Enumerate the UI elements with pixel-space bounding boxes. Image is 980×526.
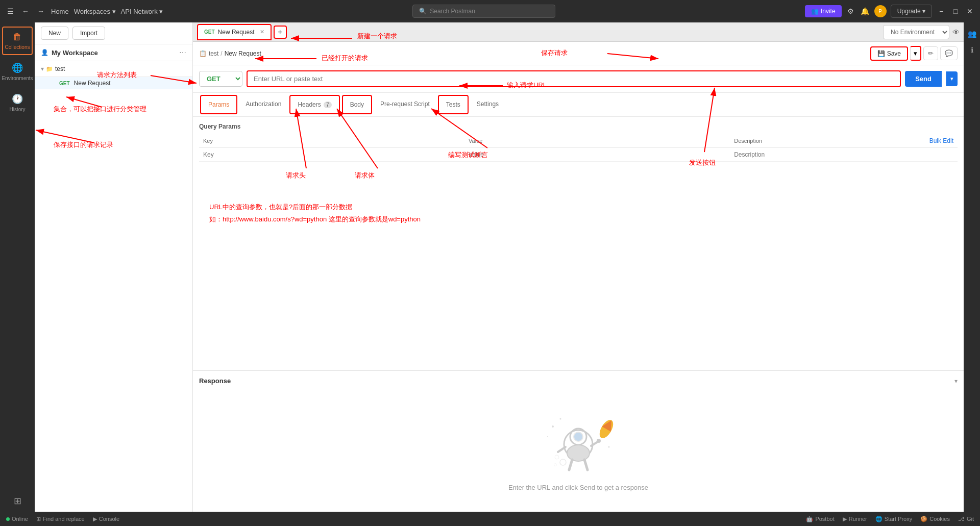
- key-input[interactable]: [203, 151, 460, 158]
- find-replace-item[interactable]: ⊞ Find and replace: [36, 516, 85, 522]
- svg-point-17: [555, 455, 559, 459]
- cookies-item[interactable]: 🍪 Cookies: [920, 516, 950, 522]
- sidebar-item-history[interactable]: 🕐 History: [2, 88, 33, 117]
- tab-settings[interactable]: Settings: [470, 95, 506, 114]
- request-tabs: Params Authorization Headers 7 Body Pre-…: [193, 93, 964, 117]
- tab-prerequest[interactable]: Pre-request Script: [373, 95, 437, 114]
- settings-icon[interactable]: ⚙: [846, 6, 856, 16]
- col-desc-header: Description: [730, 134, 920, 148]
- maximize-icon[interactable]: □: [950, 6, 961, 16]
- sidebar-item-collections[interactable]: 🗑 Collections: [2, 27, 33, 55]
- proxy-icon: 🌐: [875, 516, 883, 522]
- panel-more-icon[interactable]: ⋯: [179, 48, 186, 57]
- avatar[interactable]: P: [874, 5, 887, 17]
- cookies-icon: 🍪: [920, 516, 927, 522]
- breadcrumb-sep: /: [220, 50, 222, 57]
- sub-request-name: New Request: [74, 80, 111, 87]
- start-proxy-label: Start Proxy: [885, 516, 912, 522]
- tab-tests[interactable]: Tests: [438, 95, 469, 114]
- postbot-icon: 🤖: [806, 516, 813, 522]
- response-header[interactable]: Response ▾: [199, 377, 958, 385]
- console-item[interactable]: ▶ Console: [93, 516, 119, 522]
- comment-button[interactable]: 💬: [940, 46, 958, 60]
- edit-button[interactable]: ✏: [923, 46, 938, 60]
- params-table: Key Value Description Bulk Edit: [199, 134, 958, 162]
- tab-close-icon[interactable]: ✕: [260, 29, 264, 35]
- bulk-edit-link[interactable]: Bulk Edit: [929, 137, 953, 144]
- svg-line-10: [584, 460, 587, 470]
- collection-sub-item[interactable]: GET New Request: [35, 77, 192, 89]
- collection-name[interactable]: test: [55, 65, 65, 72]
- tab-name-label: New Request: [218, 29, 255, 36]
- online-status[interactable]: Online: [6, 516, 28, 522]
- url-params-annotation: URL中的查询参数，也就是?后面的那一部分数据 如：http://www.bai…: [199, 192, 958, 234]
- value-input[interactable]: [469, 151, 726, 158]
- forward-icon[interactable]: →: [36, 6, 46, 16]
- search-bar[interactable]: 🔍 Search Postman: [412, 5, 555, 18]
- workspace-name: My Workspace: [52, 49, 98, 57]
- description-input[interactable]: [734, 151, 916, 158]
- console-icon: ▶: [93, 516, 97, 522]
- workspaces-menu[interactable]: Workspaces ▾: [74, 8, 116, 15]
- start-proxy-item[interactable]: 🌐 Start Proxy: [875, 516, 912, 522]
- find-replace-icon: ⊞: [36, 516, 41, 522]
- find-replace-label: Find and replace: [43, 516, 85, 522]
- import-button[interactable]: Import: [72, 27, 105, 40]
- send-dropdown-button[interactable]: ▾: [946, 71, 958, 86]
- status-bar: Online ⊞ Find and replace ▶ Console 🤖 Po…: [0, 512, 980, 526]
- save-icon: 💾: [877, 50, 885, 57]
- home-link[interactable]: Home: [51, 8, 69, 15]
- tab-authorization[interactable]: Authorization: [238, 95, 288, 114]
- response-collapse-icon[interactable]: ▾: [954, 378, 958, 385]
- response-hint: Enter the URL and click Send to get a re…: [508, 484, 648, 491]
- tab-body[interactable]: Body: [342, 95, 372, 114]
- headers-badge: 7: [324, 102, 332, 108]
- api-network-menu[interactable]: API Network ▾: [121, 8, 163, 15]
- right-panel-icon-1[interactable]: 👥: [966, 27, 978, 41]
- url-input[interactable]: [247, 70, 901, 87]
- runner-item[interactable]: ▶ Runner: [843, 516, 867, 522]
- svg-point-8: [567, 445, 590, 461]
- breadcrumb-icon: 📋: [199, 50, 207, 57]
- col-key-header: Key: [199, 134, 464, 148]
- notification-icon[interactable]: 🔔: [860, 6, 870, 16]
- invite-button[interactable]: 👥 Invite: [805, 5, 842, 17]
- git-item[interactable]: ⎇ Git: [958, 516, 974, 522]
- svg-point-15: [597, 439, 601, 443]
- close-icon[interactable]: ✕: [965, 6, 975, 16]
- right-panel: 👥 ℹ: [964, 22, 980, 512]
- request-header: 📋 test / New Request 💾 Save ▾ ✏ 💬: [193, 42, 964, 65]
- upgrade-button[interactable]: Upgrade ▾: [891, 5, 932, 18]
- new-button[interactable]: New: [41, 27, 68, 40]
- postbot-item[interactable]: 🤖 Postbot: [806, 516, 834, 522]
- git-label: Git: [967, 516, 974, 522]
- params-section-title: Query Params: [199, 123, 958, 130]
- tab-params[interactable]: Params: [200, 95, 237, 114]
- request-tab[interactable]: GET New Request ✕: [197, 24, 272, 40]
- save-dropdown-button[interactable]: ▾: [910, 46, 921, 61]
- tab-headers[interactable]: Headers 7: [289, 95, 339, 114]
- breadcrumb: 📋 test / New Request: [199, 50, 866, 57]
- chevron-down-icon[interactable]: ▾: [41, 65, 44, 72]
- method-select[interactable]: GET: [199, 71, 242, 87]
- sidebar-item-environments[interactable]: 🌐 Environments: [2, 57, 33, 86]
- response-section: Response ▾: [193, 370, 964, 391]
- environment-selector-area: No Environment: [883, 25, 949, 39]
- postbot-label: Postbot: [815, 516, 834, 522]
- add-tab-button[interactable]: +: [274, 26, 287, 39]
- send-button[interactable]: Send: [905, 71, 942, 87]
- minimize-icon[interactable]: −: [936, 6, 946, 16]
- right-panel-icon-2[interactable]: ℹ: [969, 43, 975, 57]
- menu-icon[interactable]: ☰: [5, 6, 15, 16]
- env-settings-icon[interactable]: 👁: [952, 28, 960, 36]
- back-icon[interactable]: ←: [20, 6, 31, 16]
- sidebar-item-apps[interactable]: ⊞: [2, 490, 33, 512]
- breadcrumb-request: New Request: [225, 50, 261, 57]
- save-button[interactable]: 💾 Save: [870, 46, 908, 61]
- svg-point-11: [552, 425, 554, 428]
- environment-selector[interactable]: No Environment: [883, 25, 949, 39]
- collections-icon: 🗑: [13, 32, 22, 42]
- left-sidebar: 🗑 Collections 🌐 Environments 🕐 History ⊞: [0, 22, 35, 512]
- response-title: Response: [199, 377, 231, 385]
- environments-icon: 🌐: [12, 62, 23, 73]
